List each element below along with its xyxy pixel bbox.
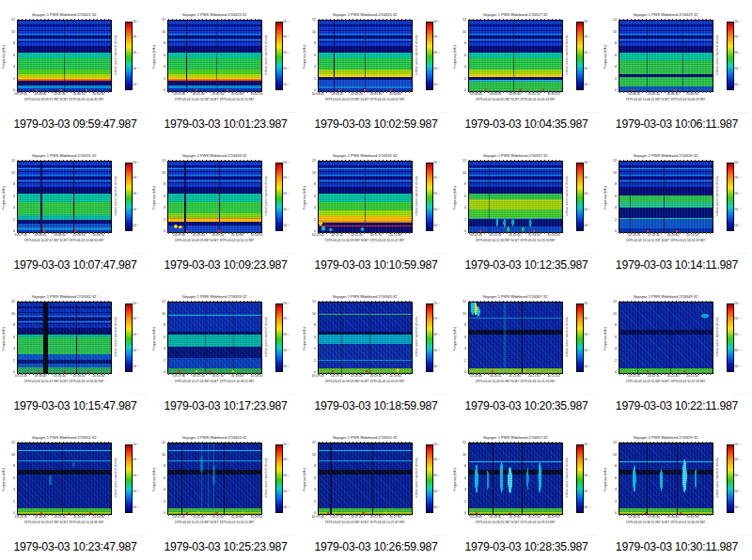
spectrogram-thumbnail[interactable]: Voyager-1 PWS Wideband 2/16349:32 Freque… xyxy=(602,289,752,430)
colorbar-label: relative power spectral density xyxy=(114,449,118,507)
x-axis-ticks: 10:06:2010:06:3010:06:4010:06:50 xyxy=(619,8,712,101)
x-axis-ticks: 10:25:3010:25:4010:25:5010:26:0010:26:10 xyxy=(167,430,260,524)
spectrogram-thumbnail[interactable]: Voyager-1 PWS Wideband 2/16347:32 Freque… xyxy=(451,289,602,430)
spectrogram-thumbnail[interactable]: Voyager-1 PWS Wideband 2/16327:32 Freque… xyxy=(451,8,602,148)
spectrogram-thumbnail[interactable]: Voyager-1 PWS Wideband 2/16357:32 Freque… xyxy=(451,430,602,560)
thumbnail-caption: 1979-03-03 10:01:23.987 xyxy=(150,117,301,131)
colorbar xyxy=(275,22,283,90)
scet-range-label: 1979-03-03 10:23:47.987 SCET 1979-03-03 … xyxy=(8,521,120,524)
scet-range-label: 1979-03-03 10:04:35.987 SCET 1979-03-03 … xyxy=(459,98,572,101)
scet-range-label: 1979-03-03 10:01:23.987 SCET 1979-03-03 … xyxy=(158,98,271,101)
plot-stamp: ------------ xyxy=(261,534,297,537)
x-axis-ticks: 10:03:0010:03:1010:03:2010:03:3010:03:40 xyxy=(318,8,411,101)
spectrogram-thumbnail[interactable]: Voyager-1 PWS Wideband 2/16351:32 Freque… xyxy=(0,430,150,560)
colorbar-label: relative power spectral density xyxy=(114,167,118,226)
colorbar xyxy=(125,444,133,513)
colorbar xyxy=(576,22,584,90)
colorbar-label: relative power spectral density xyxy=(264,167,268,226)
colorbar xyxy=(125,22,133,90)
scet-range-label: 1979-03-03 10:30:11.987 SCET 1979-03-03 … xyxy=(609,521,722,524)
scet-range-label: 1979-03-03 10:09:23.987 SCET 1979-03-03 … xyxy=(158,239,271,242)
spectrogram-thumbnail[interactable]: Voyager-1 PWS Wideband 2/16353:32 Freque… xyxy=(150,430,301,560)
colorbar-label: relative power spectral density xyxy=(715,167,719,226)
plot-stamp: ------------ xyxy=(562,111,598,114)
spectrogram-thumbnail[interactable]: Voyager-1 PWS Wideband 2/16355:32 Freque… xyxy=(301,430,451,560)
plot-stamp: ------------ xyxy=(412,393,447,396)
colorbar-label: relative power spectral density xyxy=(565,167,569,226)
x-axis-ticks: 10:14:2010:14:3010:14:4010:14:50 xyxy=(619,148,712,242)
plot-stamp: ------------ xyxy=(713,252,748,255)
thumbnail-caption: 1979-03-03 10:28:35.987 xyxy=(451,540,602,553)
thumbnail-caption: 1979-03-03 10:14:11.987 xyxy=(602,258,752,272)
scet-range-label: 1979-03-03 10:15:47.987 SCET 1979-03-03 … xyxy=(8,380,120,383)
colorbar-label: relative power spectral density xyxy=(565,26,569,85)
thumbnail-caption: 1979-03-03 10:02:59.987 xyxy=(301,117,451,131)
x-axis-ticks: 10:28:4010:28:5010:29:0010:29:1010:29:20 xyxy=(468,430,561,524)
thumbnail-caption: 1979-03-03 10:09:23.987 xyxy=(150,258,301,272)
spectrogram-thumbnail[interactable]: Voyager-1 PWS Wideband 2/16329:32 Freque… xyxy=(602,8,752,148)
spectrogram-thumbnail[interactable]: Voyager-1 PWS Wideband 2/16333:32 Freque… xyxy=(150,148,301,289)
x-axis-ticks: 10:30:2010:30:3010:30:4010:30:50 xyxy=(619,430,712,524)
scet-range-label: 1979-03-03 10:17:23.987 SCET 1979-03-03 … xyxy=(158,380,271,383)
spectrogram-thumbnail[interactable]: Voyager-1 PWS Wideband 2/16335:32 Freque… xyxy=(301,148,451,289)
colorbar-label: relative power spectral density xyxy=(264,26,268,85)
thumbnail-grid: Voyager-1 PWS Wideband 2/16321:32 Freque… xyxy=(0,0,752,560)
colorbar-label: relative power spectral density xyxy=(415,26,418,85)
spectrogram-thumbnail[interactable]: Voyager-1 PWS Wideband 2/16343:32 Freque… xyxy=(150,289,301,430)
spectrogram-thumbnail[interactable]: Voyager-1 PWS Wideband 2/16345:32 Freque… xyxy=(301,289,451,430)
x-axis-ticks: 10:23:5010:24:0010:24:1010:24:2010:24:30 xyxy=(17,430,110,524)
scet-range-label: 1979-03-03 10:10:59.987 SCET 1979-03-03 … xyxy=(308,239,421,242)
plot-stamp: ------------ xyxy=(412,111,447,114)
scet-range-label: 1979-03-03 10:20:35.987 SCET 1979-03-03 … xyxy=(459,380,572,383)
spectrogram-thumbnail[interactable]: Voyager-1 PWS Wideband 2/16325:32 Freque… xyxy=(301,8,451,148)
spectrogram-thumbnail[interactable]: Voyager-1 PWS Wideband 2/16331:32 Freque… xyxy=(0,148,150,289)
plot-stamp: ------------ xyxy=(111,252,147,255)
thumbnail-caption: 1979-03-03 10:30:11.987 xyxy=(602,540,752,553)
spectrogram-thumbnail[interactable]: Voyager-1 PWS Wideband 2/16341:32 Freque… xyxy=(0,289,150,430)
thumbnail-caption: 1979-03-03 10:25:23.987 xyxy=(150,540,301,553)
x-axis-ticks: 10:04:4010:04:5010:05:0010:05:1010:05:20 xyxy=(468,8,561,101)
thumbnail-caption: 1979-03-03 10:20:35.987 xyxy=(451,399,602,412)
thumbnail-caption: 1979-03-03 10:17:23.987 xyxy=(150,399,301,412)
thumbnail-caption: 1979-03-03 10:10:59.987 xyxy=(301,258,451,272)
colorbar xyxy=(727,303,734,372)
colorbar xyxy=(275,303,283,372)
spectrogram-thumbnail[interactable]: Voyager-1 PWS Wideband 2/16337:32 Freque… xyxy=(451,148,602,289)
spectrogram-thumbnail[interactable]: Voyager-1 PWS Wideband 2/16359:32 Freque… xyxy=(602,430,752,560)
x-axis-ticks: 10:20:4010:20:5010:21:0010:21:1010:21:20 xyxy=(468,289,561,383)
colorbar-label: relative power spectral density xyxy=(715,449,719,507)
thumbnail-caption: 1979-03-03 10:22:11.987 xyxy=(602,399,752,412)
spectrogram-thumbnail[interactable]: Voyager-1 PWS Wideband 2/16321:32 Freque… xyxy=(0,8,150,148)
colorbar xyxy=(426,22,433,90)
x-axis-ticks: 10:12:4010:12:5010:13:0010:13:1010:13:20 xyxy=(468,148,561,242)
x-axis-ticks: 10:07:5010:08:0010:08:1010:08:2010:08:30 xyxy=(17,148,110,242)
plot-stamp: ------------ xyxy=(261,393,297,396)
colorbar xyxy=(727,22,734,90)
colorbar xyxy=(576,444,584,513)
colorbar-label: relative power spectral density xyxy=(415,449,418,507)
plot-stamp: ------------ xyxy=(562,252,598,255)
spectrogram-thumbnail[interactable]: Voyager-1 PWS Wideband 2/16323:32 Freque… xyxy=(150,8,301,148)
plot-stamp: ------------ xyxy=(562,393,598,396)
scet-range-label: 1979-03-03 10:28:35.987 SCET 1979-03-03 … xyxy=(459,521,572,524)
x-axis-ticks: 10:15:5010:16:0010:16:1010:16:2010:16:30 xyxy=(17,289,110,383)
x-axis-ticks: 09:59:5010:00:0010:00:1010:00:2010:00:30 xyxy=(17,8,110,101)
x-axis-ticks: 10:17:3010:17:4010:17:5010:18:0010:18:10 xyxy=(167,289,260,383)
colorbar xyxy=(727,444,734,513)
plot-stamp: ------------ xyxy=(713,534,748,537)
x-axis-ticks: 10:27:0010:27:1010:27:2010:27:3010:27:40 xyxy=(318,430,411,524)
scet-range-label: 1979-03-03 10:18:59.987 SCET 1979-03-03 … xyxy=(308,380,421,383)
scet-range-label: 1979-03-03 10:26:59.987 SCET 1979-03-03 … xyxy=(308,521,421,524)
x-axis-ticks: 10:01:3010:01:4010:01:5010:02:0010:02:10 xyxy=(167,8,260,101)
plot-stamp: ------------ xyxy=(111,393,147,396)
spectrogram-thumbnail[interactable]: Voyager-1 PWS Wideband 2/16339:32 Freque… xyxy=(602,148,752,289)
colorbar-label: relative power spectral density xyxy=(264,308,268,366)
colorbar-label: relative power spectral density xyxy=(565,449,569,507)
thumbnail-caption: 1979-03-03 10:06:11.987 xyxy=(602,117,752,131)
colorbar xyxy=(426,163,433,231)
colorbar xyxy=(125,163,133,231)
thumbnail-caption: 1979-03-03 10:12:35.987 xyxy=(451,258,602,272)
thumbnail-caption: 1979-03-03 10:04:35.987 xyxy=(451,117,602,131)
thumbnail-caption: 1979-03-03 09:59:47.987 xyxy=(0,117,150,131)
scet-range-label: 1979-03-03 10:02:59.987 SCET 1979-03-03 … xyxy=(308,98,421,101)
